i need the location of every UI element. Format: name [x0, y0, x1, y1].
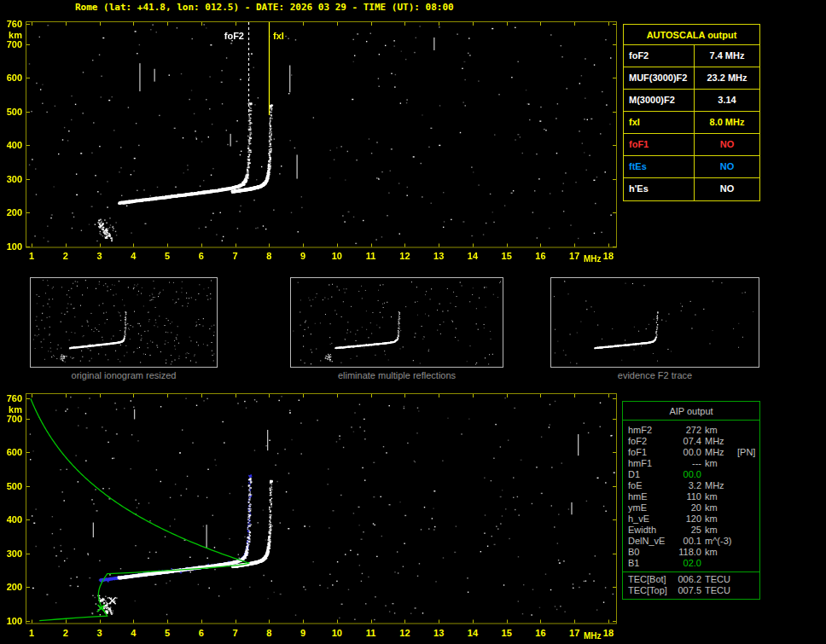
x-axis-tick-top-11: 11 — [362, 251, 381, 261]
aip-note — [737, 525, 759, 536]
aip-unit: km — [705, 547, 737, 558]
aip-unit: km — [705, 502, 737, 513]
autoscala-param-label: M(3000)F2 — [624, 90, 695, 111]
x-axis-tick-bottom-14: 14 — [463, 628, 482, 638]
y-axis-tick-bottom-700: 700 — [0, 414, 22, 424]
aip-row-foF1: foF100.0MHz[PN] — [623, 447, 759, 458]
x-axis-tick-top-2: 2 — [56, 251, 75, 261]
aip-value: 272 — [676, 425, 705, 436]
autoscala-row-foF2: foF27.4 MHz — [624, 45, 759, 67]
aip-unit: km — [705, 491, 737, 502]
x-axis-tick-bottom-5: 5 — [158, 628, 177, 638]
aip-note — [737, 574, 759, 585]
x-axis-tick-bottom-11: 11 — [362, 628, 381, 638]
autoscala-param-label: foF1 — [624, 134, 695, 155]
aip-value: 00.0 — [676, 447, 705, 458]
autoscala-row-foF1: foF1NO — [624, 134, 759, 156]
aip-row-TEC[Top]: TEC[Top]007.5TECU — [623, 585, 759, 596]
y-axis-tick-top-700: 700 — [0, 39, 22, 49]
x-axis-tick-bottom-1: 1 — [22, 628, 41, 638]
aip-value: 02.0 — [676, 558, 705, 569]
aip-note — [737, 436, 759, 447]
aip-value: 120 — [676, 513, 705, 525]
x-axis-tick-top-3: 3 — [90, 251, 109, 261]
x-axis-tick-top-4: 4 — [124, 251, 143, 261]
aip-unit: TECU — [705, 585, 737, 596]
aip-tec-section: TEC[Bot]006.2TECUTEC[Top]007.5TECU — [623, 571, 759, 599]
aip-param: TEC[Top] — [628, 585, 676, 596]
aip-row-ymE: ymE20km — [623, 502, 759, 513]
x-axis-tick-bottom-13: 13 — [429, 628, 448, 638]
aip-param: hmE — [628, 491, 676, 502]
fxi-marker-label: fxI — [273, 31, 284, 41]
y-axis-tick-bottom-500: 500 — [0, 481, 22, 491]
aip-param: foF1 — [628, 447, 676, 458]
aip-note — [737, 491, 759, 502]
aip-unit: m^(-3) — [705, 536, 737, 547]
thumbnail-caption-original: original ionogram resized — [30, 370, 218, 380]
aip-value: 006.2 — [676, 574, 705, 585]
x-axis-tick-top-6: 6 — [192, 251, 211, 261]
autoscala-row-MUF(3000)F2: MUF(3000)F223.2 MHz — [624, 67, 759, 90]
x-axis-tick-top-18: 18 — [599, 251, 618, 261]
y-axis-tick-top-300: 300 — [0, 174, 22, 184]
aip-unit — [705, 558, 737, 569]
y-axis-tick-bottom-760: 760 — [0, 393, 22, 403]
x-axis-tick-bottom-4: 4 — [124, 628, 143, 638]
aip-row-Ewidth: Ewidth25km — [623, 525, 759, 536]
thumbnail-caption-evidence: evidence F2 trace — [550, 370, 759, 380]
x-axis-tick-top-9: 9 — [294, 251, 312, 261]
autoscala-param-label: h'Es — [624, 178, 695, 200]
aip-param: foE — [628, 480, 676, 491]
aip-value: 25 — [676, 525, 705, 536]
aip-row-TEC[Bot]: TEC[Bot]006.2TECU — [623, 574, 759, 585]
y-axis-unit-bottom: km — [0, 404, 22, 415]
y-axis-tick-bottom-100: 100 — [0, 616, 22, 626]
aip-value: 110 — [676, 491, 705, 502]
thumbnail-caption-eliminate: eliminate multiple reflections — [290, 370, 503, 380]
autoscala-app-screen: Rome (lat: +41.8, lon: 012.5) - DATE: 20… — [0, 0, 826, 644]
top-ionogram-canvas — [24, 20, 621, 252]
thumbnail-evidence-f2-trace — [550, 277, 759, 368]
aip-param: B0 — [628, 547, 676, 558]
bottom-profile-canvas — [24, 392, 621, 627]
aip-row-foE: foE3.2MHz — [623, 480, 759, 491]
aip-unit: km — [705, 513, 737, 525]
x-axis-tick-top-10: 10 — [328, 251, 346, 261]
aip-param: h_vE — [628, 513, 676, 525]
aip-row-hmF1: hmF1---km — [623, 458, 759, 469]
aip-unit: MHz — [705, 480, 737, 491]
x-axis-tick-bottom-3: 3 — [90, 628, 109, 638]
aip-param: DelN_vE — [628, 536, 676, 547]
x-axis-tick-bottom-8: 8 — [259, 628, 278, 638]
autoscala-param-value: NO — [695, 156, 759, 177]
y-axis-tick-top-400: 400 — [0, 140, 22, 150]
aip-param: B1 — [628, 558, 676, 569]
x-axis-tick-top-7: 7 — [226, 251, 245, 261]
x-axis-tick-top-16: 16 — [531, 251, 550, 261]
y-axis-unit-top: km — [0, 30, 22, 40]
x-axis-tick-bottom-15: 15 — [497, 628, 516, 638]
aip-value: 00.0 — [676, 469, 705, 480]
x-axis-tick-bottom-7: 7 — [226, 628, 245, 638]
station-date-title: Rome (lat: +41.8, lon: 012.5) - DATE: 20… — [75, 2, 454, 13]
autoscala-param-value: 7.4 MHz — [695, 45, 759, 67]
aip-row-hmF2: hmF2272km — [623, 425, 759, 436]
aip-row-B0: B0118.0km — [623, 547, 759, 558]
aip-value: 118.0 — [676, 547, 705, 558]
aip-row-B1: B102.0 — [623, 558, 759, 569]
aip-unit: MHz — [705, 436, 737, 447]
x-axis-tick-top-1: 1 — [22, 251, 41, 261]
aip-note — [737, 513, 759, 525]
aip-note — [737, 585, 759, 596]
aip-note — [737, 425, 759, 436]
aip-param: hmF2 — [628, 425, 676, 436]
aip-table-body: hmF2272kmfoF207.4MHzfoF100.0MHz[PN]hmF1-… — [623, 421, 759, 571]
aip-unit: TECU — [705, 574, 737, 585]
x-axis-tick-bottom-12: 12 — [395, 628, 414, 638]
autoscala-param-value: NO — [695, 134, 759, 155]
aip-row-DelN_vE: DelN_vE00.1m^(-3) — [623, 536, 759, 547]
autoscala-param-label: foF2 — [624, 45, 695, 67]
aip-unit: km — [705, 425, 737, 436]
aip-row-foF2: foF207.4MHz — [623, 436, 759, 447]
